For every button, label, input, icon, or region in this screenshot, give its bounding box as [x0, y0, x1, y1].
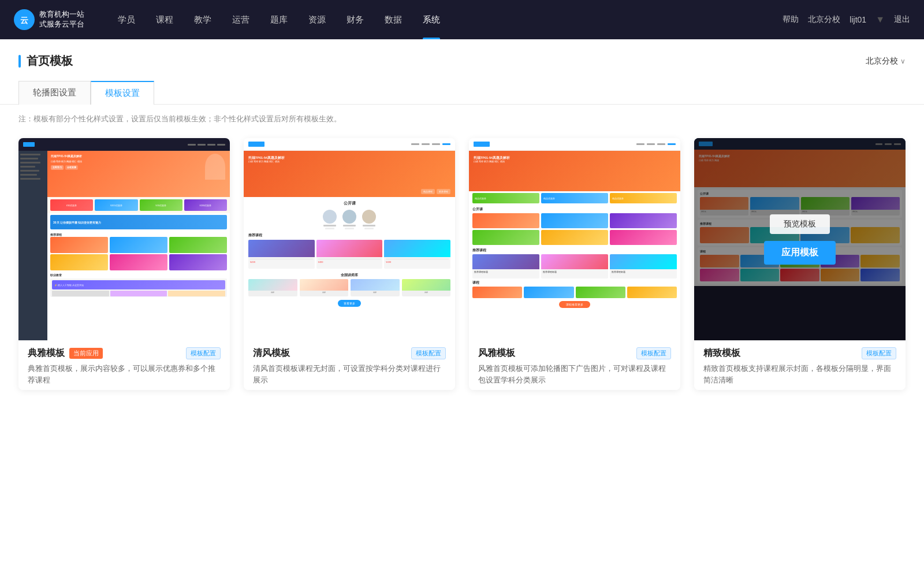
t1-logo-icon	[23, 142, 35, 147]
t3-course-grid	[469, 287, 680, 298]
badge-config-elegant2[interactable]: 模板配置	[636, 347, 671, 359]
nav-menu: 学员 课程 教学 运营 题库 资源 财务 数据 系统	[107, 0, 783, 39]
chevron-down-icon: ∨	[900, 57, 906, 65]
template-overlay-refined: 预览模板 应用模板	[694, 138, 906, 340]
t1-section-recommend: 推荐课程	[47, 231, 230, 237]
svg-rect-2	[23, 142, 35, 147]
t3-course-label: 课程	[469, 278, 680, 287]
t2-lecturers-row: 讲师 讲师 讲师 讲师	[244, 279, 455, 296]
nav-logo[interactable]: 云 教育机构一站 式服务云平台	[14, 9, 84, 30]
t3-banner: 托福TP01-54真题及解析 口语 写作 听力 阅读 词汇 语法	[469, 151, 680, 191]
user-link[interactable]: lijt01	[850, 15, 866, 24]
template-card-elegant2: 托福TP01-54真题及解析 口语 写作 听力 阅读 词汇 语法 精品优惠券 精…	[469, 138, 680, 390]
card-title-row-refined: 精致模板 模板配置	[703, 347, 896, 359]
badge-config-elegant[interactable]: 模板配置	[186, 347, 221, 359]
template-card-elegant: 托福TP01-54真题及解析 口语·写作·听力·阅读·词汇·语法 立即学习 全程…	[18, 138, 230, 390]
help-link[interactable]: 帮助	[783, 14, 799, 25]
card-footer-fresh: 清风模板 模板配置 清风首页模板课程无封面，可设置按学科分类对课程进行展示	[244, 340, 455, 390]
t3-public-title: 公开课	[469, 205, 680, 213]
t3-rec-row: 推荐课程标题 推荐课程标题 推荐课程标题	[469, 254, 680, 278]
tab-carousel[interactable]: 轮播图设置	[18, 81, 91, 105]
svg-text:云: 云	[20, 16, 28, 25]
card-desc-elegant: 典雅首页模板，展示内容较多，可以展示优惠券和多个推荐课程	[28, 363, 221, 385]
t1-main-content: 托福TP01-54真题及解析 口语·写作·听力·阅读·词汇·语法 立即学习 全程…	[47, 151, 230, 340]
nav-item-xueyuan[interactable]: 学员	[107, 0, 146, 39]
card-desc-fresh: 清风首页模板课程无封面，可设置按学科分类对课程进行展示	[253, 363, 446, 385]
card-footer-elegant2: 风雅模板 模板配置 风雅首页模板可添加轮播图下广告图片，可对课程及课程包设置学科…	[469, 340, 680, 390]
template-preview-fresh: 托福TP01-54真题及解析 口语 写作 听力 阅读 词汇 语法 精品课程 更多…	[244, 138, 455, 340]
card-desc-refined: 精致首页模板支持课程展示封面，各模板分隔明显，界面简洁清晰	[703, 363, 896, 385]
logo-text: 教育机构一站 式服务云平台	[39, 10, 84, 29]
tab-template[interactable]: 模板设置	[91, 81, 154, 105]
t3-header	[469, 138, 680, 151]
card-title-row-elegant: 典雅模板 当前应用 模板配置	[28, 347, 221, 359]
templates-grid: 托福TP01-54真题及解析 口语·写作·听力·阅读·词汇·语法 立即学习 全程…	[0, 133, 924, 413]
overlay-apply-button[interactable]: 应用模板	[764, 241, 836, 265]
template-card-refined: 托福TP01-54真题及解析 口语 写作 听力 阅读 公开课 课程名	[694, 138, 906, 390]
template-preview-refined: 托福TP01-54真题及解析 口语 写作 听力 阅读 公开课 课程名	[694, 138, 906, 340]
t2-public-title: 公开课	[244, 197, 455, 209]
card-footer-elegant: 典雅模板 当前应用 模板配置 典雅首页模板，展示内容较多，可以展示优惠券和多个推…	[18, 340, 230, 390]
t3-ad-row: 精品优惠券 精品优惠券 精品优惠券	[469, 191, 680, 205]
branch-label: 北京分校	[866, 56, 898, 66]
t1-banner: 托福TP01-54真题及解析 口语·写作·听力·阅读·词汇·语法 立即学习 全程…	[47, 151, 230, 197]
t2-header	[244, 138, 455, 151]
page-title: 首页模板	[27, 53, 73, 69]
t1-edu-area: ⚡ 踏入人工智能 从这里开始	[50, 278, 227, 297]
t1-courses-row2	[47, 253, 230, 272]
t2-lecturer-title: 全国讲师库	[244, 271, 455, 279]
nav-item-kecheng[interactable]: 课程	[146, 0, 184, 39]
card-title-elegant2: 风雅模板	[478, 347, 515, 359]
template-card-fresh: 托福TP01-54真题及解析 口语 写作 听力 阅读 词汇 语法 精品课程 更多…	[244, 138, 455, 390]
template-preview-elegant: 托福TP01-54真题及解析 口语·写作·听力·阅读·词汇·语法 立即学习 全程…	[18, 138, 230, 340]
t1-sidebar	[18, 151, 47, 340]
t2-teachers-row	[244, 209, 455, 231]
nav-item-tiku[interactable]: 题库	[260, 0, 298, 39]
card-title-row-elegant2: 风雅模板 模板配置	[478, 347, 671, 359]
logo-icon: 云	[14, 9, 35, 30]
nav-item-yunying[interactable]: 运营	[222, 0, 260, 39]
card-footer-refined: 精致模板 模板配置 精致首页模板支持课程展示封面，各模板分隔明显，界面简洁清晰	[694, 340, 906, 390]
page-title-bar	[18, 55, 21, 68]
card-title-fresh: 清风模板	[253, 347, 290, 359]
nav-item-jiaoxue[interactable]: 教学	[184, 0, 222, 39]
badge-config-refined[interactable]: 模板配置	[862, 347, 896, 359]
branch-selector[interactable]: 北京分校 ∨	[866, 56, 906, 66]
tabs-container: 轮播图设置 模板设置	[0, 69, 924, 105]
t3-public-grid	[469, 213, 680, 245]
nav-right: 帮助 北京分校 lijt01 ▼ 退出	[783, 14, 910, 25]
t2-rec-section: 推荐课程 ¥499	[244, 231, 455, 271]
page-header: 首页模板 北京分校 ∨	[0, 39, 924, 69]
t1-blue-banner: 30天 让你摆脱平庸 知识使你更有魅力	[50, 215, 227, 229]
nav-item-xitong[interactable]: 系统	[412, 0, 450, 39]
page-container: 首页模板 北京分校 ∨ 轮播图设置 模板设置 注：模板有部分个性化样式设置，设置…	[0, 39, 924, 572]
nav-item-caiwu[interactable]: 财务	[336, 0, 374, 39]
navbar: 云 教育机构一站 式服务云平台 学员 课程 教学 运营 题库 资源 财务 数据 …	[0, 0, 924, 39]
t1-section-edu: 职业教育	[47, 272, 230, 277]
page-title-wrapper: 首页模板	[18, 53, 73, 69]
card-desc-elegant2: 风雅首页模板可添加轮播图下广告图片，可对课程及课程包设置学科分类展示	[478, 363, 671, 385]
t1-vouchers: ¥30优惠券 ¥200优惠券 ¥30优惠券 ¥200优惠券	[47, 197, 230, 213]
nav-divider: ▼	[875, 14, 885, 25]
t1-body: 托福TP01-54真题及解析 口语·写作·听力·阅读·词汇·语法 立即学习 全程…	[18, 151, 230, 340]
template-preview-elegant2: 托福TP01-54真题及解析 口语 写作 听力 阅读 词汇 语法 精品优惠券 精…	[469, 138, 680, 340]
overlay-preview-button[interactable]: 预览模板	[770, 214, 830, 234]
badge-config-fresh[interactable]: 模板配置	[411, 347, 446, 359]
card-title-row-fresh: 清风模板 模板配置	[253, 347, 446, 359]
card-title-elegant: 典雅模板	[28, 347, 65, 359]
nav-item-shuju[interactable]: 数据	[374, 0, 412, 39]
nav-item-ziyuan[interactable]: 资源	[298, 0, 336, 39]
t1-courses-row1	[47, 237, 230, 253]
badge-current-elegant: 当前应用	[69, 348, 103, 359]
logout-link[interactable]: 退出	[894, 14, 910, 25]
branch-link[interactable]: 北京分校	[808, 14, 840, 25]
card-title-refined: 精致模板	[703, 347, 740, 359]
note-text: 注：模板有部分个性化样式设置，设置后仅当前模板生效；非个性化样式设置后对所有模板…	[0, 105, 924, 133]
t2-banner: 托福TP01-54真题及解析 口语 写作 听力 阅读 词汇 语法 精品课程 更多…	[244, 151, 455, 197]
t1-header	[18, 138, 230, 151]
t3-rec-title: 推荐课程	[469, 247, 680, 254]
